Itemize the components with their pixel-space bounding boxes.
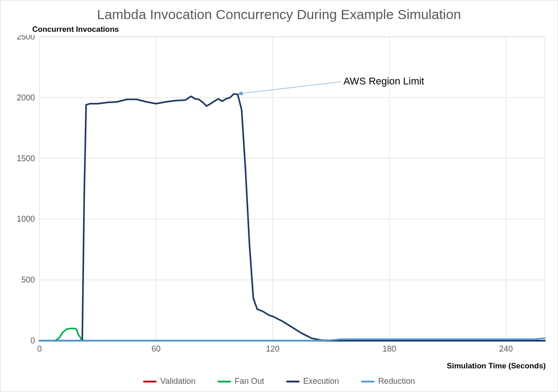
legend-swatch-reduction	[361, 381, 375, 382]
legend: Validation Fan Out Execution Reduction	[0, 377, 558, 386]
annotation-label: AWS Region Limit	[344, 75, 425, 87]
svg-text:0: 0	[30, 336, 35, 345]
legend-label-execution: Execution	[303, 377, 339, 386]
legend-swatch-validation	[143, 381, 157, 382]
plot-svg: 05001000150020002500060120180240AWS Regi…	[11, 35, 548, 354]
svg-text:1500: 1500	[17, 154, 35, 163]
x-axis-title: Simulation Time (Seconds)	[447, 362, 546, 371]
legend-swatch-execution	[286, 381, 300, 382]
svg-text:2500: 2500	[17, 35, 35, 41]
svg-text:500: 500	[21, 275, 35, 284]
chart-frame: Lambda Invocation Concurrency During Exa…	[0, 0, 558, 392]
legend-swatch-fanout	[217, 381, 231, 382]
legend-label-reduction: Reduction	[378, 377, 415, 386]
annotation-arrow	[242, 82, 341, 94]
legend-item-fanout: Fan Out	[217, 377, 264, 386]
svg-text:240: 240	[499, 344, 513, 353]
svg-text:0: 0	[37, 344, 42, 353]
svg-text:2000: 2000	[17, 93, 35, 102]
series-execution	[40, 94, 545, 341]
plot-area: 05001000150020002500060120180240AWS Regi…	[11, 35, 548, 354]
svg-text:120: 120	[266, 344, 280, 353]
y-axis-title: Concurrent Invocations	[32, 25, 119, 34]
svg-text:60: 60	[152, 344, 161, 353]
legend-label-fanout: Fan Out	[235, 377, 264, 386]
chart-title: Lambda Invocation Concurrency During Exa…	[9, 7, 549, 22]
legend-item-reduction: Reduction	[361, 377, 415, 386]
svg-text:180: 180	[383, 344, 396, 353]
svg-rect-9	[40, 37, 545, 341]
svg-text:1000: 1000	[17, 214, 35, 223]
legend-item-validation: Validation	[143, 377, 196, 386]
legend-label-validation: Validation	[160, 377, 196, 386]
legend-item-execution: Execution	[286, 377, 339, 386]
